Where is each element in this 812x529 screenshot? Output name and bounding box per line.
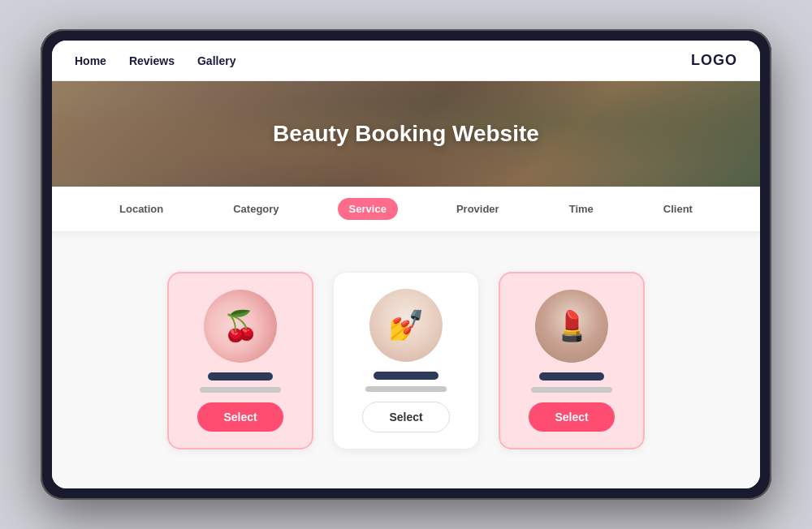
service-image-3 xyxy=(535,290,608,363)
nav-reviews[interactable]: Reviews xyxy=(129,54,175,67)
service-subtitle-3 xyxy=(531,387,612,393)
service-subtitle-1 xyxy=(200,387,281,393)
service-title-1 xyxy=(208,372,273,381)
nav-home[interactable]: Home xyxy=(75,54,106,67)
hero-title: Beauty Booking Website xyxy=(273,121,539,147)
service-title-3 xyxy=(539,372,604,381)
service-card-2: Select xyxy=(333,272,479,449)
hero-section: Beauty Booking Website xyxy=(52,81,760,187)
service-image-2 xyxy=(369,289,443,362)
select-button-2[interactable]: Select xyxy=(362,402,449,432)
service-card-3: Select xyxy=(499,272,645,449)
select-button-1[interactable]: Select xyxy=(197,402,283,432)
step-service[interactable]: Service xyxy=(338,198,398,220)
step-client[interactable]: Client xyxy=(652,198,704,220)
service-list: Select Select Select xyxy=(52,233,760,488)
booking-steps: Location Category Service Provider Time … xyxy=(52,187,760,233)
step-category[interactable]: Category xyxy=(222,198,290,220)
logo: LOGO xyxy=(691,52,737,69)
device-frame: Home Reviews Gallery LOGO Beauty Booking… xyxy=(41,29,771,500)
step-provider[interactable]: Provider xyxy=(445,198,511,220)
step-location[interactable]: Location xyxy=(108,198,175,220)
device-screen: Home Reviews Gallery LOGO Beauty Booking… xyxy=(52,41,760,488)
step-time[interactable]: Time xyxy=(558,198,605,220)
service-card-1: Select xyxy=(167,272,313,449)
navbar: Home Reviews Gallery LOGO xyxy=(52,41,760,81)
nav-gallery[interactable]: Gallery xyxy=(197,54,235,67)
service-title-2 xyxy=(374,372,438,380)
nav-links: Home Reviews Gallery xyxy=(75,54,235,67)
service-subtitle-2 xyxy=(365,386,447,392)
service-image-1 xyxy=(204,290,277,363)
select-button-3[interactable]: Select xyxy=(529,402,614,432)
